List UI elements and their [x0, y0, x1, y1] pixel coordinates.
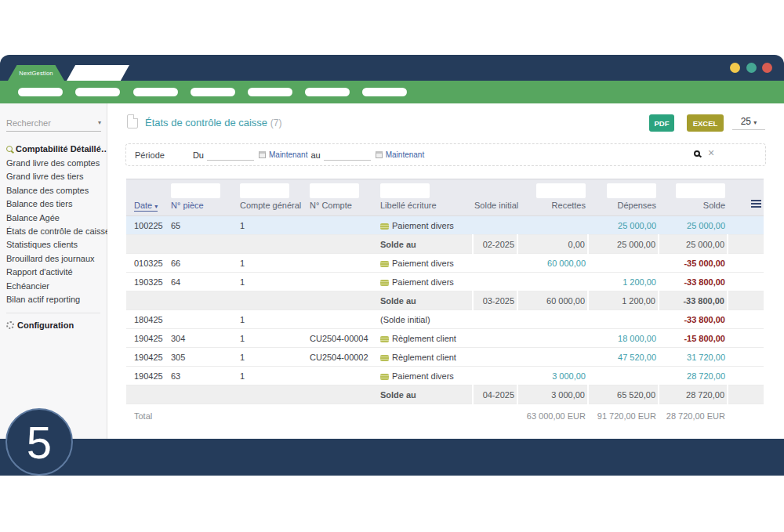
table-row[interactable]: 1904253051CU2504-00002Règlement client47…: [126, 348, 764, 367]
cell-cg: 1: [238, 216, 308, 235]
summary-row[interactable]: Solde au04-20253 000,0065 520,0028 720,0…: [126, 385, 764, 404]
column-header-date[interactable]: Date ▾: [126, 201, 169, 215]
cell-si: [473, 348, 517, 367]
column-header-piece[interactable]: N° pièce: [169, 201, 238, 215]
column-header-menu[interactable]: [728, 200, 764, 215]
nav-pill[interactable]: [18, 88, 63, 96]
sidebar-search-placeholder: Rechercher: [6, 118, 51, 128]
cell-solde: -33 800,00: [659, 273, 728, 291]
table-row[interactable]: 1904253041CU2504-00004Règlement client18…: [126, 329, 764, 348]
page-size-select[interactable]: 25 ▾: [732, 116, 765, 130]
sidebar-item[interactable]: Balance des comptes: [6, 184, 107, 197]
sidebar-config-label: Configuration: [17, 320, 74, 330]
cell-rec: [517, 329, 588, 348]
sidebar-item-configuration[interactable]: Configuration: [6, 313, 100, 330]
chevron-down-icon: ▾: [98, 119, 101, 126]
window-dot-green-icon[interactable]: [746, 63, 757, 73]
total-rec: 63 000,00 EUR: [517, 404, 588, 422]
table-footer: Total63 000,00 EUR91 720,00 EUR28 720,00…: [126, 404, 764, 422]
cell-menu: [728, 216, 764, 235]
filter-input-lib[interactable]: [380, 183, 430, 198]
sidebar-item[interactable]: Bilan actif reporting: [6, 293, 107, 306]
cell-lib: Paiement divers: [379, 367, 473, 385]
column-header-dep: Dépenses: [588, 201, 659, 215]
sidebar-item[interactable]: Grand livre des tiers: [6, 170, 107, 183]
total-dep: 91 720,00 EUR: [588, 404, 659, 422]
filter-input-solde[interactable]: [676, 183, 725, 198]
cell-cg: 1: [238, 310, 308, 329]
sidebar-menu: Grand livre des comptesGrand livre des t…: [6, 157, 107, 306]
journal-tag-icon: [380, 261, 389, 267]
brand-tab[interactable]: NextGestion: [8, 65, 64, 81]
document-icon: [127, 114, 138, 128]
cell-lib: Solde au: [379, 385, 473, 404]
window-dot-yellow-icon[interactable]: [730, 63, 740, 73]
clear-filter-icon[interactable]: ×: [708, 147, 714, 159]
cell-rec: 0,00: [517, 235, 588, 254]
filter-input-piece[interactable]: [171, 183, 220, 198]
total-label: Total: [126, 404, 517, 422]
table-row[interactable]: 100225651Paiement divers25 000,0025 000,…: [126, 216, 764, 235]
now-link-to[interactable]: Maintenant: [386, 150, 424, 159]
from-label: Du: [193, 150, 204, 160]
pdf-export-button[interactable]: PDF: [649, 114, 674, 132]
table-row[interactable]: 1804251(Solde initial)-33 800,00: [126, 310, 764, 329]
cell-nc: [308, 310, 379, 329]
date-to-input[interactable]: [324, 149, 371, 161]
column-header-cg: Compte général: [238, 201, 308, 215]
cell-cg: 1: [238, 254, 308, 273]
total-solde: 28 720,00 EUR: [659, 404, 728, 422]
filter-input-cg[interactable]: [240, 183, 289, 198]
page-size-value: 25: [741, 116, 751, 127]
sidebar-item[interactable]: Balance Agée: [6, 212, 107, 225]
calendar-icon[interactable]: [259, 151, 266, 158]
table-row[interactable]: 010325661Paiement divers60 000,00-35 000…: [126, 254, 764, 273]
nav-pill[interactable]: [305, 88, 350, 96]
cell-nc: [308, 216, 379, 235]
cell-piece: 304: [169, 329, 238, 348]
sidebar-item[interactable]: Statistiques clients: [6, 238, 107, 252]
sort-caret-icon: ▾: [154, 203, 158, 210]
excel-export-button[interactable]: EXCEL: [687, 114, 724, 132]
sidebar-item[interactable]: Rapport d'activité: [6, 266, 107, 279]
filter-input-dep[interactable]: [607, 183, 656, 198]
sidebar-section-comptabilite[interactable]: Comptabilité Détaillé…: [6, 144, 107, 154]
summary-row[interactable]: Solde au03-202560 000,001 200,00-33 800,…: [126, 291, 764, 310]
nav-pill[interactable]: [133, 88, 178, 96]
nav-pill[interactable]: [362, 88, 407, 96]
active-tab[interactable]: [67, 65, 129, 81]
sidebar-item[interactable]: Echéancier: [6, 280, 107, 293]
cell-dep: [588, 367, 659, 385]
table-row[interactable]: 190325641Paiement divers1 200,00-33 800,…: [126, 273, 764, 291]
sidebar-item[interactable]: États de contrôle de caisse: [6, 225, 107, 238]
window-dot-red-icon[interactable]: [762, 63, 772, 73]
cell-cg: [238, 385, 308, 404]
sidebar-item[interactable]: Balance des tiers: [6, 197, 107, 211]
cell-rec: 3 000,00: [517, 367, 588, 385]
journal-tag-icon: [380, 374, 389, 380]
page-title-text: États de contrôle de caisse: [145, 117, 267, 128]
sidebar-item[interactable]: Grand livre des comptes: [6, 157, 107, 170]
column-settings-icon[interactable]: [751, 200, 761, 208]
now-link-from[interactable]: Maintenant: [269, 150, 307, 159]
cell-solde: -33 800,00: [659, 291, 728, 310]
nav-pill[interactable]: [248, 88, 292, 96]
cell-si: [473, 216, 517, 235]
filter-input-nc[interactable]: [310, 183, 359, 198]
date-from-input[interactable]: [207, 149, 254, 161]
page-title[interactable]: États de contrôle de caisse (7): [145, 117, 281, 128]
cell-rec: [517, 348, 588, 367]
calendar-icon[interactable]: [376, 151, 383, 158]
filter-input-rec[interactable]: [536, 183, 586, 198]
sidebar-item[interactable]: Brouillard des journaux: [6, 252, 107, 266]
nav-pill[interactable]: [191, 88, 235, 96]
table-row[interactable]: 190425631Paiement divers3 000,0028 720,0…: [126, 367, 764, 385]
nav-pill[interactable]: [75, 88, 120, 96]
summary-row[interactable]: Solde au02-20250,0025 000,0025 000,00: [126, 235, 764, 254]
cell-nc: [308, 367, 379, 385]
sidebar-search-select[interactable]: Rechercher ▾: [6, 114, 101, 132]
cell-date: 190425: [126, 367, 169, 385]
search-icon[interactable]: [694, 150, 700, 157]
table-header: Date ▾N° pièceCompte généralN° CompteLib…: [126, 179, 764, 216]
cell-piece: [169, 310, 238, 329]
